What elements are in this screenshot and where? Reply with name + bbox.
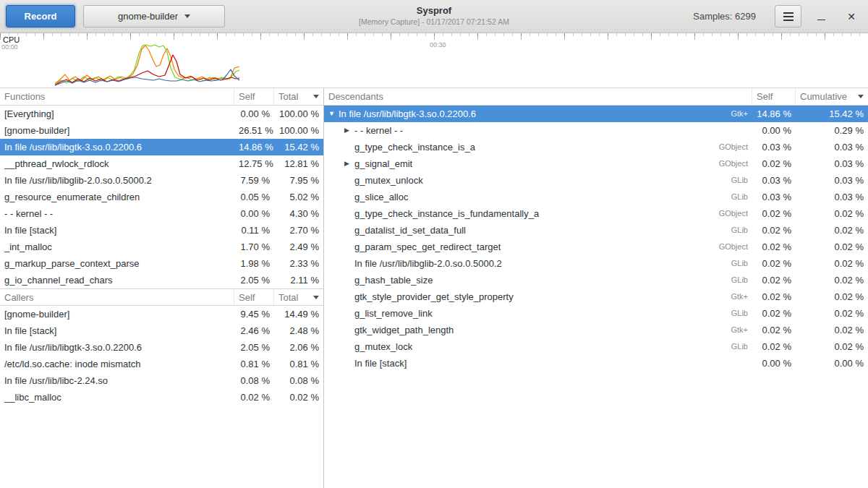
total-percent-cell: 5.02 %	[274, 189, 323, 205]
descendant-name-label: g_type_check_instance_is_a	[354, 139, 475, 155]
table-row[interactable]: In file [stack]2.46 %2.48 %	[0, 322, 323, 339]
table-row[interactable]: /etc/ld.so.cache: inode mismatch0.81 %0.…	[0, 356, 323, 372]
table-row[interactable]: g_mutex_unlockGLib0.03 %0.03 %	[324, 172, 868, 189]
table-row[interactable]: - - kernel - -0.00 %4.30 %	[0, 205, 323, 222]
chevron-down-icon	[184, 14, 190, 18]
table-row[interactable]: g_io_channel_read_chars2.05 %2.11 %	[0, 272, 323, 288]
column-header-self[interactable]: Self	[752, 88, 796, 105]
process-selector-dropdown[interactable]: gnome-builder	[83, 5, 225, 27]
cumulative-percent-cell: 15.42 %	[796, 106, 868, 122]
descendant-name-cell: In file /usr/lib/libglib-2.0.so.0.5000.2…	[324, 255, 752, 272]
menu-button[interactable]	[775, 5, 801, 27]
descendant-name-cell: g_type_check_instance_is_aGObject	[324, 139, 752, 155]
total-percent-cell: 2.33 %	[274, 255, 323, 272]
main-area: Functions Self Total [Everything]0.00 %1…	[0, 88, 868, 488]
expander-closed-icon[interactable]: ▶	[344, 122, 354, 139]
sort-indicator-icon	[858, 95, 864, 98]
column-header-cumulative[interactable]: Cumulative	[796, 88, 868, 105]
table-row[interactable]: In file [stack]0.11 %2.70 %	[0, 222, 323, 239]
total-percent-cell: 0.81 %	[274, 356, 323, 372]
self-percent-cell: 0.02 %	[752, 288, 796, 305]
self-percent-cell: 12.75 %	[234, 155, 274, 172]
self-percent-cell: 0.03 %	[752, 172, 796, 189]
table-row[interactable]: g_markup_parse_context_parse1.98 %2.33 %	[0, 255, 323, 272]
column-header-callers[interactable]: Callers	[0, 289, 234, 305]
left-pane: Functions Self Total [Everything]0.00 %1…	[0, 88, 324, 488]
column-header-descendants[interactable]: Descendants	[324, 88, 752, 105]
table-row[interactable]: In file [stack]0.00 %0.00 %	[324, 355, 868, 372]
self-percent-cell: 2.46 %	[234, 322, 274, 339]
table-row[interactable]: ▶g_signal_emitGObject0.02 %0.03 %	[324, 155, 868, 172]
descendant-name-cell: g_mutex_lockGLib	[324, 338, 752, 355]
table-row[interactable]: gtk_style_provider_get_style_propertyGtk…	[324, 288, 868, 305]
table-row[interactable]: In file /usr/lib/libglib-2.0.so.0.5000.2…	[0, 172, 323, 189]
table-row[interactable]: [gnome-builder]26.51 %100.00 %	[0, 122, 323, 139]
self-percent-cell: 0.02 %	[752, 155, 796, 172]
descendant-name-cell: gtk_style_provider_get_style_propertyGtk…	[324, 288, 752, 305]
record-button[interactable]: Record	[6, 5, 75, 27]
self-percent-cell: 0.81 %	[234, 356, 274, 372]
table-row[interactable]: [Everything]0.00 %100.00 %	[0, 106, 323, 122]
library-badge: GLib	[724, 338, 748, 355]
function-name-cell: /etc/ld.so.cache: inode mismatch	[0, 356, 234, 372]
total-percent-cell: 100.00 %	[274, 106, 323, 122]
table-row[interactable]: gtk_widget_path_lengthGtk+0.02 %0.02 %	[324, 322, 868, 338]
self-percent-cell: 0.02 %	[752, 239, 796, 255]
function-name-cell: g_resource_enumerate_children	[0, 189, 234, 205]
function-name-cell: In file [stack]	[0, 222, 234, 239]
table-row[interactable]: g_type_check_instance_is_fundamentally_a…	[324, 205, 868, 222]
table-row[interactable]: g_mutex_lockGLib0.02 %0.02 %	[324, 338, 868, 355]
total-percent-cell: 2.06 %	[274, 339, 323, 356]
table-row[interactable]: ▼In file /usr/lib/libgtk-3.so.0.2200.6Gt…	[324, 106, 868, 122]
table-row[interactable]: __libc_malloc0.02 %0.02 %	[0, 389, 323, 406]
self-percent-cell: 0.05 %	[234, 189, 274, 205]
descendant-name-cell: g_hash_table_sizeGLib	[324, 272, 752, 288]
function-name-cell: In file /usr/lib/libgtk-3.so.0.2200.6	[0, 139, 234, 155]
table-row[interactable]: ▶- - kernel - -0.00 %0.29 %	[324, 122, 868, 139]
self-percent-cell: 0.02 %	[752, 305, 796, 322]
table-row[interactable]: _int_malloc1.70 %2.49 %	[0, 239, 323, 255]
descendant-name-label: g_type_check_instance_is_fundamentally_a	[354, 205, 539, 222]
self-percent-cell: 0.00 %	[234, 106, 274, 122]
descendants-empty-space	[324, 372, 868, 488]
self-percent-cell: 0.02 %	[752, 255, 796, 272]
column-header-self[interactable]: Self	[234, 88, 274, 105]
table-row[interactable]: In file /usr/lib/libgtk-3.so.0.2200.62.0…	[0, 339, 323, 356]
cpu-timeline[interactable]: CPU 00:00 00:30	[0, 33, 868, 88]
table-row[interactable]: g_resource_enumerate_children0.05 %5.02 …	[0, 189, 323, 205]
table-row[interactable]: In file /usr/lib/libc-2.24.so0.08 %0.08 …	[0, 372, 323, 389]
column-header-self[interactable]: Self	[234, 289, 274, 305]
descendant-name-cell: gtk_widget_path_lengthGtk+	[324, 322, 752, 338]
column-header-total[interactable]: Total	[274, 88, 323, 105]
table-row[interactable]: In file /usr/lib/libgtk-3.so.0.2200.614.…	[0, 139, 323, 155]
table-row[interactable]: __pthread_rwlock_rdlock12.75 %12.81 %	[0, 155, 323, 172]
function-name-cell: _int_malloc	[0, 239, 234, 255]
minimize-button[interactable]	[810, 6, 832, 27]
expander-closed-icon[interactable]: ▶	[344, 155, 354, 172]
self-percent-cell: 0.03 %	[752, 139, 796, 155]
descendants-row-list: ▼In file /usr/lib/libgtk-3.so.0.2200.6Gt…	[324, 106, 868, 372]
function-name-cell: [gnome-builder]	[0, 306, 234, 322]
library-badge: GLib	[724, 272, 748, 288]
column-header-functions[interactable]: Functions	[0, 88, 234, 105]
total-percent-cell: 100.00 %	[274, 122, 323, 139]
table-row[interactable]: [gnome-builder]9.45 %14.49 %	[0, 306, 323, 322]
table-row[interactable]: g_type_check_instance_is_aGObject0.03 %0…	[324, 139, 868, 155]
expander-open-icon[interactable]: ▼	[328, 106, 339, 122]
left-pane-empty-space	[0, 406, 323, 488]
close-button[interactable]: ✕	[841, 6, 862, 27]
table-row[interactable]: g_param_spec_get_redirect_targetGObject0…	[324, 239, 868, 255]
table-row[interactable]: g_hash_table_sizeGLib0.02 %0.02 %	[324, 272, 868, 288]
table-row[interactable]: g_slice_allocGLib0.03 %0.03 %	[324, 189, 868, 205]
function-name-cell: g_io_channel_read_chars	[0, 272, 234, 288]
close-icon: ✕	[847, 11, 856, 22]
descendant-name-label: g_list_remove_link	[354, 305, 433, 322]
total-percent-cell: 2.49 %	[274, 239, 323, 255]
self-percent-cell: 0.02 %	[752, 272, 796, 288]
table-row[interactable]: g_list_remove_linkGLib0.02 %0.02 %	[324, 305, 868, 322]
table-row[interactable]: In file /usr/lib/libglib-2.0.so.0.5000.2…	[324, 255, 868, 272]
table-row[interactable]: g_datalist_id_set_data_fullGLib0.02 %0.0…	[324, 222, 868, 239]
column-header-total-label: Total	[278, 289, 298, 305]
column-header-total[interactable]: Total	[274, 289, 323, 305]
descendant-name-label: g_datalist_id_set_data_full	[354, 222, 466, 239]
